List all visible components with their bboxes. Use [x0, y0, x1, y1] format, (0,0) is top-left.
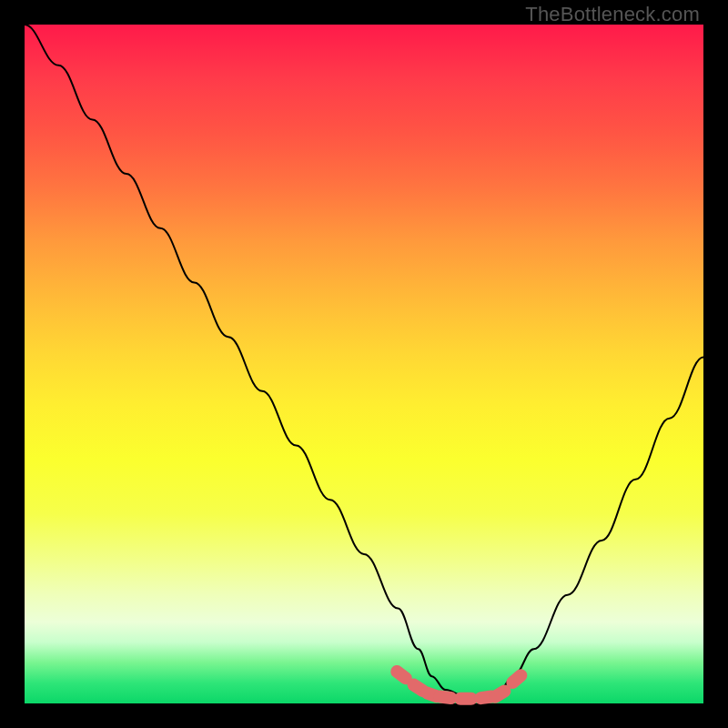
bottleneck-curve-path	[25, 25, 703, 697]
marker-group	[388, 662, 530, 705]
watermark-text: TheBottleneck.com	[525, 3, 700, 26]
curve-group	[25, 25, 703, 697]
chart-svg	[0, 0, 728, 728]
chart-frame: TheBottleneck.com	[0, 0, 728, 728]
datapoint-marker	[454, 693, 478, 705]
